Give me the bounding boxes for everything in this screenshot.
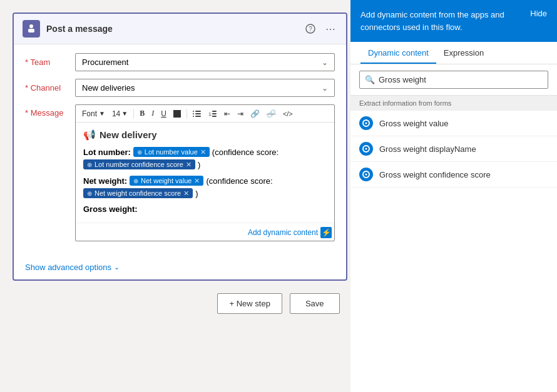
lot-confidence-chip: ⊕ Lot number confidence score ✕ xyxy=(83,159,195,169)
lot-number-label: Lot number: xyxy=(83,148,131,157)
add-dynamic-indicator: ⚡ xyxy=(320,227,332,238)
font-select-button[interactable]: Font ▼ xyxy=(79,108,108,119)
more-options-button[interactable]: ⋯ xyxy=(324,22,337,36)
toolbar-divider-2 xyxy=(187,109,187,119)
font-size-button[interactable]: 14 ▼ xyxy=(110,108,130,119)
megaphone-icon: 📢 xyxy=(83,129,96,141)
lot-number-line: Lot number: ⊕ Lot number value ✕ (confid… xyxy=(83,147,327,157)
lot-confidence-line: ⊕ Lot number confidence score ✕ ) xyxy=(83,159,327,169)
dynamic-item-gross-weight-displayname[interactable]: Gross weight displayName xyxy=(350,136,557,162)
search-box: 🔍 xyxy=(350,64,557,96)
closing-paren-2: ) xyxy=(195,189,198,198)
team-field-row: * Team Procurement ⌄ xyxy=(25,53,335,71)
svg-rect-5 xyxy=(193,111,194,112)
dynamic-panel-tabs: Dynamic content Expression xyxy=(350,42,557,64)
search-input-wrapper: 🔍 xyxy=(359,71,548,89)
italic-button[interactable]: I xyxy=(149,108,156,119)
dynamic-item-gross-weight-confidence[interactable]: Gross weight confidence score xyxy=(350,162,557,188)
lot-conf-chip-text: Lot number confidence score xyxy=(95,161,183,168)
channel-value: New deliveries xyxy=(82,83,135,93)
svg-rect-9 xyxy=(193,116,194,117)
net-conf-chip-text: Net weight confidence score xyxy=(95,189,181,197)
gross-weight-label: Gross weight: xyxy=(83,204,138,214)
numbered-list-button[interactable]: 1. xyxy=(206,109,220,119)
font-dropdown-arrow: ▼ xyxy=(99,110,105,117)
bullet-list-button[interactable] xyxy=(190,109,204,119)
gross-weight-confidence-icon xyxy=(359,168,373,181)
svg-point-0 xyxy=(29,24,33,28)
font-size-value: 14 xyxy=(112,109,120,118)
advanced-chevron-icon: ⌄ xyxy=(114,263,120,271)
tab-expression[interactable]: Expression xyxy=(436,42,491,64)
section-label: Extract information from forms xyxy=(350,96,557,111)
card-header-actions: ? ⋯ xyxy=(304,22,337,36)
svg-rect-1 xyxy=(28,29,34,33)
svg-rect-7 xyxy=(193,113,194,114)
svg-rect-8 xyxy=(195,113,201,114)
add-dynamic-content-button[interactable]: Add dynamic content ⚡ xyxy=(248,227,332,238)
gross-weight-displayname-icon xyxy=(359,142,373,156)
lot-conf-chip-close[interactable]: ✕ xyxy=(186,161,192,168)
code-button[interactable]: </> xyxy=(280,109,295,119)
gross-weight-value-label: Gross weight value xyxy=(379,119,449,128)
color-button[interactable] xyxy=(171,109,183,119)
advanced-options-text: Show advanced options xyxy=(25,263,111,272)
card-header-left: Post a message xyxy=(23,20,113,38)
bold-button[interactable]: B xyxy=(137,108,147,119)
lot-value-chip: ⊕ Lot number value ✕ xyxy=(133,147,210,157)
toolbar-divider-1 xyxy=(133,109,134,119)
formatting-toolbar: Font ▼ 14 ▼ B I U xyxy=(76,105,334,123)
svg-point-20 xyxy=(365,174,367,176)
dynamic-panel-header-text: Add dynamic content from the apps and co… xyxy=(360,9,525,33)
svg-point-16 xyxy=(365,123,367,124)
help-button[interactable]: ? xyxy=(304,23,317,35)
link-button[interactable]: 🔗 xyxy=(248,108,262,119)
team-label: * Team xyxy=(25,58,75,67)
message-toolbar-container: Font ▼ 14 ▼ B I U xyxy=(75,104,335,241)
hide-panel-button[interactable]: Hide xyxy=(530,9,547,18)
team-dropdown[interactable]: Procurement ⌄ xyxy=(75,53,335,71)
search-icon: 🔍 xyxy=(365,75,375,84)
gross-weight-line: Gross weight: xyxy=(83,204,327,214)
tab-dynamic-content[interactable]: Dynamic content xyxy=(360,42,436,64)
net-chip-close[interactable]: ✕ xyxy=(194,178,200,184)
search-input[interactable] xyxy=(379,75,543,84)
dynamic-item-gross-weight-value[interactable]: Gross weight value xyxy=(350,111,557,136)
message-content-area[interactable]: 📢 New delivery Lot number: ⊕ Lot number … xyxy=(76,123,334,220)
new-step-button[interactable]: + New step xyxy=(217,293,282,314)
confidence-score-text-1: (confidence score: xyxy=(212,148,278,157)
svg-point-18 xyxy=(365,148,367,150)
lot-chip-close[interactable]: ✕ xyxy=(200,149,206,156)
confidence-score-text-2: (confidence score: xyxy=(206,176,272,186)
svg-rect-13 xyxy=(212,113,217,114)
net-confidence-chip: ⊕ Net weight confidence score ✕ xyxy=(83,188,193,198)
save-button[interactable]: Save xyxy=(290,293,340,314)
svg-text:?: ? xyxy=(309,26,312,33)
dynamic-content-list: Extract information from forms Gross wei… xyxy=(350,96,557,392)
dynamic-content-panel: Add dynamic content from the apps and co… xyxy=(350,0,557,392)
unlink-button[interactable]: 🔗 xyxy=(264,108,278,119)
card-body: * Team Procurement ⌄ * Channel New deliv… xyxy=(14,44,346,258)
card-title: Post a message xyxy=(46,24,113,34)
add-dynamic-row: Add dynamic content ⚡ xyxy=(76,223,334,241)
show-advanced-button[interactable]: Show advanced options ⌄ xyxy=(25,263,120,272)
gross-weight-value-icon xyxy=(359,116,373,130)
underline-button[interactable]: U xyxy=(158,108,169,119)
net-conf-chip-icon: ⊕ xyxy=(87,190,92,197)
new-delivery-header: 📢 New delivery xyxy=(83,129,327,141)
net-chip-text: Net weight value xyxy=(141,177,192,184)
svg-rect-14 xyxy=(212,116,217,117)
svg-rect-12 xyxy=(212,111,217,112)
channel-dropdown[interactable]: New deliveries ⌄ xyxy=(75,79,335,97)
closing-paren-1: ) xyxy=(198,160,200,169)
advanced-options-row: Show advanced options ⌄ xyxy=(14,258,346,279)
net-confidence-line: ⊕ Net weight confidence score ✕ ) xyxy=(83,188,327,198)
net-chip-icon: ⊕ xyxy=(133,178,138,184)
net-weight-label: Net weight: xyxy=(83,176,127,186)
indent-increase-button[interactable]: ⇥ xyxy=(235,108,246,119)
teams-logo xyxy=(23,20,40,38)
svg-rect-4 xyxy=(173,110,181,118)
indent-decrease-button[interactable]: ⇤ xyxy=(222,108,233,119)
net-conf-chip-close[interactable]: ✕ xyxy=(183,190,189,197)
lot-conf-chip-icon: ⊕ xyxy=(87,161,92,168)
